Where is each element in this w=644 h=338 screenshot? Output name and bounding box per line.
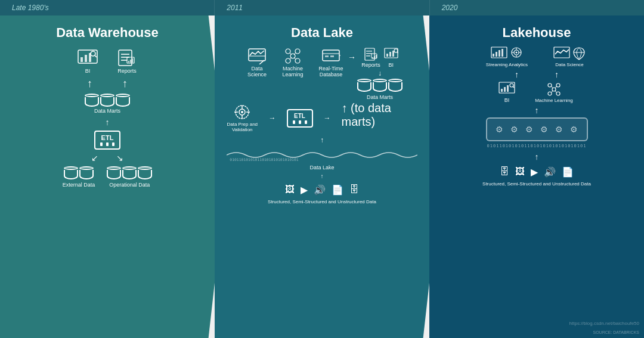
svg-rect-43 bbox=[392, 51, 394, 57]
svg-point-65 bbox=[548, 83, 552, 87]
svg-point-19 bbox=[286, 58, 290, 63]
svg-rect-35 bbox=[366, 55, 370, 57]
lh-source-label: Structured, Semi-Structured and Unstruct… bbox=[482, 181, 591, 187]
svg-rect-61 bbox=[504, 87, 506, 92]
panel-warehouse: Data Warehouse BI bbox=[0, 15, 227, 338]
era-row: Late 1980's 2011 2020 bbox=[0, 0, 644, 15]
svg-rect-1 bbox=[80, 57, 83, 62]
title-warehouse: Data Warehouse bbox=[56, 25, 159, 41]
svg-rect-2 bbox=[85, 55, 87, 62]
panel-lake: Data Lake Data Science bbox=[215, 15, 441, 338]
svg-rect-60 bbox=[501, 89, 503, 92]
dl-datamarts: Data Marts bbox=[357, 79, 402, 100]
svg-text:010110101010110101010101010101: 010110101010110101010101010101 bbox=[230, 157, 299, 162]
svg-line-64 bbox=[513, 86, 514, 88]
svg-rect-51 bbox=[493, 54, 494, 57]
svg-point-57 bbox=[516, 52, 518, 54]
dl-ds-label: Data Science bbox=[242, 66, 273, 77]
svg-point-18 bbox=[295, 49, 300, 54]
gear6: ⚙ bbox=[570, 125, 578, 134]
source-watermark: SOURCE: DATABRICKS bbox=[593, 330, 639, 334]
svg-rect-33 bbox=[366, 51, 372, 52]
svg-rect-9 bbox=[121, 60, 127, 61]
lh-ml: Machine Learning bbox=[533, 82, 575, 103]
dl-etl: ETL bbox=[287, 109, 313, 128]
era-warehouse: Late 1980's bbox=[0, 0, 215, 15]
lh-streaming-label: Streaming Analytics bbox=[486, 62, 528, 67]
svg-line-45 bbox=[397, 52, 398, 53]
svg-point-4 bbox=[91, 51, 95, 56]
svg-rect-14 bbox=[249, 49, 265, 61]
wh-reports-label: Reports bbox=[117, 68, 137, 74]
wh-arrow-up: ↑↑ bbox=[87, 77, 128, 90]
lh-source-icons: 🗄 🖼 ▶ 🔊 📄 bbox=[500, 166, 574, 178]
svg-point-66 bbox=[556, 83, 560, 87]
wh-datamarts: Data Marts bbox=[85, 94, 130, 114]
dl-rtdb: Real-Time Database bbox=[315, 48, 346, 77]
svg-rect-13 bbox=[132, 58, 133, 63]
dl-data-prep: Data Prep and Validation bbox=[227, 104, 258, 132]
lh-data-science: Data Science bbox=[546, 46, 593, 67]
dl-source-icons: 🖼 ▶ 🔊 📄 🗄 bbox=[285, 184, 359, 196]
wh-etl: ETL bbox=[94, 131, 120, 150]
svg-rect-11 bbox=[128, 61, 129, 63]
era-lakehouse: 2020 bbox=[430, 0, 644, 15]
svg-rect-38 bbox=[374, 56, 375, 58]
dl-bi: BI bbox=[384, 48, 398, 68]
era-lake: 2011 bbox=[215, 0, 429, 15]
lh-arrow-up: ↑ bbox=[535, 106, 539, 115]
lh-streaming: Streaming Analytics bbox=[480, 46, 534, 67]
wh-arrows-down: ↙↘ bbox=[91, 153, 123, 163]
dl-lake-label: Data Lake bbox=[309, 165, 334, 170]
wh-reports: Reports bbox=[116, 49, 138, 74]
lh-belt: ⚙ ⚙ ⚙ ⚙ ⚙ ⚙ bbox=[486, 117, 588, 141]
gear4: ⚙ bbox=[540, 125, 548, 134]
wh-external-data: External Data bbox=[63, 166, 95, 188]
svg-rect-7 bbox=[121, 54, 129, 55]
lh-arrow-up2: ↑ bbox=[535, 152, 539, 162]
svg-rect-53 bbox=[499, 50, 500, 57]
lake-layout: Data Science bbox=[227, 46, 417, 204]
svg-line-72 bbox=[552, 91, 553, 92]
wh-operational-label: Operational Data bbox=[109, 182, 150, 188]
wh-etl-label: ETL bbox=[101, 134, 114, 141]
wh-arrow2: ↑ bbox=[106, 117, 110, 127]
svg-rect-52 bbox=[496, 52, 497, 57]
lh-bi-label: BI bbox=[504, 97, 510, 103]
svg-point-48 bbox=[241, 111, 243, 113]
svg-line-71 bbox=[555, 86, 556, 88]
svg-rect-34 bbox=[366, 53, 372, 54]
lh-binary: 01011010101011010101010101010101 bbox=[487, 144, 587, 148]
lh-ds-label: Data Science bbox=[555, 62, 584, 67]
svg-point-17 bbox=[286, 49, 290, 54]
svg-point-68 bbox=[556, 92, 560, 95]
gear3: ⚙ bbox=[525, 125, 533, 134]
dl-bi-label: BI bbox=[388, 62, 394, 68]
wh-bi: BI bbox=[77, 49, 98, 74]
dl-ml-label: Machine Learning bbox=[277, 66, 308, 77]
title-lake: Data Lake bbox=[291, 25, 353, 41]
svg-rect-37 bbox=[372, 57, 373, 58]
wh-operational-data: Operational Data bbox=[107, 166, 152, 188]
svg-line-73 bbox=[555, 91, 556, 92]
svg-line-70 bbox=[552, 86, 553, 88]
dl-rtdb-label: Real-Time Database bbox=[315, 66, 346, 77]
dl-data-science: Data Science bbox=[242, 48, 273, 77]
dl-source-label: Structured, Semi-Structured and Unstruct… bbox=[268, 199, 376, 204]
diagram-area: Data Warehouse BI bbox=[0, 15, 644, 338]
gear5: ⚙ bbox=[555, 125, 563, 134]
warehouse-layout: BI Reports bbox=[63, 46, 153, 188]
dl-etl-label: ETL bbox=[294, 113, 305, 119]
dl-wave: 010110101010110101010101010101 bbox=[227, 148, 417, 162]
svg-rect-28 bbox=[325, 55, 329, 57]
wh-external-label: External Data bbox=[63, 182, 95, 188]
svg-rect-42 bbox=[389, 52, 391, 57]
dl-ml: Machine Learning bbox=[277, 48, 308, 77]
svg-line-5 bbox=[95, 55, 97, 57]
title-lakehouse: Lakehouse bbox=[503, 25, 571, 41]
svg-rect-62 bbox=[507, 85, 509, 92]
svg-rect-29 bbox=[330, 55, 334, 57]
gear1: ⚙ bbox=[496, 125, 503, 134]
dl-dataprep-label: Data Prep and Validation bbox=[227, 122, 258, 132]
svg-rect-12 bbox=[130, 60, 131, 63]
